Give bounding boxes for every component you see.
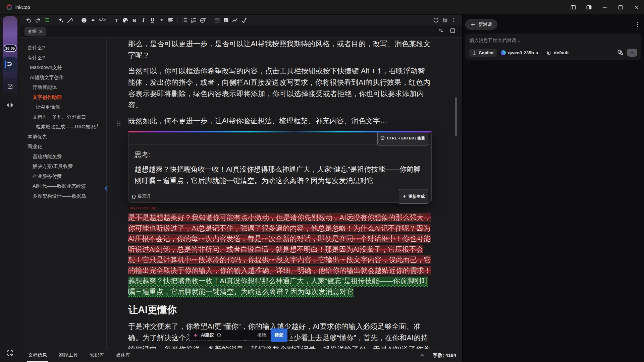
bullet-list-icon <box>182 17 188 23</box>
thinking-text: 越想越爽？快把嘴角收一收！AI真没你想得那么神通广大，人家“健忘”是祖传技能——… <box>135 164 425 186</box>
align-left-icon <box>168 17 174 23</box>
nav-item[interactable]: 本地优先 <box>20 132 106 142</box>
nav-item-active[interactable]: 文字创作助理 <box>20 93 106 103</box>
accept-shortcut-label: CTRL + ENTER | 接受 <box>387 132 425 144</box>
insert-chart-button[interactable] <box>230 16 239 24</box>
nav-item[interactable]: 文档库、多开、分割窗口 <box>20 112 106 122</box>
send-collapse-button[interactable] <box>627 49 637 57</box>
nav-item[interactable]: 是什么? <box>20 43 106 53</box>
bullet-list-button[interactable] <box>180 16 189 24</box>
block-drag-handle[interactable] <box>117 121 118 122</box>
status-tab-doc-info[interactable]: 文档信息 <box>27 349 48 362</box>
blockquote-button[interactable]: “ <box>89 16 98 24</box>
ai-sparkles-button[interactable] <box>56 16 65 24</box>
kebab-menu-icon <box>637 22 638 23</box>
paragraph: 那么，是否可以更进一步，是否可以让AI帮我按照我期待的风格，或者目的，改写、润色… <box>128 38 432 61</box>
close-button[interactable] <box>628 0 644 14</box>
insert-table-button[interactable] <box>212 16 221 24</box>
regenerate-label: 重新生成 <box>409 191 425 202</box>
nav-item[interactable]: AI辅助文字创作 <box>20 73 106 83</box>
new-chat-button[interactable]: 新对话 <box>465 19 497 30</box>
web-search-button[interactable] <box>617 49 623 57</box>
nav-item[interactable]: 解决方案/工具收费 <box>20 162 106 172</box>
bold-button[interactable]: B <box>130 16 139 24</box>
nav-item[interactable]: 基础功能免费 <box>20 152 106 162</box>
underline-style-dropdown[interactable] <box>157 16 166 24</box>
maximize-button[interactable] <box>612 0 628 14</box>
clock-widget: 16:05 <box>4 45 16 52</box>
nav-item[interactable]: 商业化 <box>20 142 106 152</box>
tab-label: 介绍 <box>28 28 37 35</box>
regenerate-button[interactable]: 重新生成 <box>399 189 428 204</box>
magic-wand-button[interactable] <box>65 16 74 24</box>
nav-item[interactable]: 多库架构设计——数据岛 <box>20 191 106 201</box>
status-tab-translate[interactable]: 翻译工具 <box>58 349 79 362</box>
editor-pane[interactable]: 那么，是否可以更进一步，是否可以让AI帮我按照我期待的风格，或者目的，改写、润色… <box>107 38 462 349</box>
document-tab[interactable]: 介绍 <box>24 27 46 36</box>
toggle-right-panel-button[interactable] <box>581 0 597 14</box>
model-selector[interactable]: qwen3-235b-a... <box>500 49 543 57</box>
nav-item[interactable]: 有什么? <box>20 53 106 63</box>
insert-image-button[interactable] <box>221 16 230 24</box>
nav-item[interactable]: 浮动智能体 <box>20 82 106 93</box>
preset-selector[interactable]: default <box>546 49 569 57</box>
ordered-list-button[interactable] <box>189 16 198 24</box>
reject-button[interactable]: 拒绝 <box>257 329 266 341</box>
maximize-icon <box>618 4 624 10</box>
underline-button[interactable]: U <box>148 16 157 24</box>
rail-item-screen-capture[interactable] <box>0 349 20 357</box>
nav-item[interactable]: AI时代——数据业态经济 <box>20 181 106 191</box>
ai-diff-paragraph[interactable]: 是不是越想越美好？我知道你可能有点小激动，但是请你先别激动，AI远没有你想象的那… <box>128 212 432 297</box>
status-tab-media[interactable]: 媒体库 <box>115 349 131 362</box>
sort-arrows-icon <box>438 28 444 34</box>
panel-gradient-border <box>128 131 432 132</box>
prompt-word-button[interactable]: { } 提示词 <box>132 191 150 202</box>
sync-button[interactable] <box>431 16 440 24</box>
panel-right-icon <box>586 4 592 10</box>
nav-item[interactable]: 让AI更懂你 <box>20 102 106 112</box>
redo-button[interactable] <box>33 16 42 24</box>
rail-item-audio[interactable] <box>0 101 20 109</box>
assistant-chip[interactable]: Copilot <box>469 49 497 57</box>
rail-item-library[interactable] <box>0 83 20 90</box>
code-icon: </> <box>99 18 106 22</box>
chat-input-placeholder[interactable]: 输入消息开始文档对话... <box>469 38 637 44</box>
paragraph: 当然可以，你可以框选你希望改写的内容，点击工具栏按钮或按下快捷键 Alt + 1… <box>128 65 432 111</box>
emoji-button[interactable] <box>79 16 89 24</box>
toggle-left-panel-button[interactable] <box>565 0 581 14</box>
outline-list-button[interactable] <box>42 16 51 24</box>
text-color-button[interactable] <box>121 16 130 24</box>
rail-item-writer-active[interactable] <box>3 57 17 72</box>
undo-button[interactable] <box>24 16 33 24</box>
save-button[interactable] <box>440 16 449 24</box>
quote-icon: “ <box>92 20 95 23</box>
align-button[interactable] <box>166 16 175 24</box>
draw-button[interactable] <box>239 16 249 24</box>
split-view-button[interactable] <box>450 28 455 35</box>
text-style-button[interactable]: T <box>112 16 121 24</box>
chat-menu-button[interactable] <box>636 21 639 28</box>
editor-scrollbar[interactable] <box>455 97 457 136</box>
status-tab-knowledge[interactable]: 知识库 <box>89 349 105 362</box>
nav-item[interactable]: 企业服务付费 <box>20 172 106 182</box>
italic-button[interactable]: I <box>139 16 148 24</box>
chat-input-actions <box>617 49 637 57</box>
tab-close-icon[interactable] <box>39 30 43 33</box>
app-logo-icon <box>6 4 12 10</box>
nav-item[interactable]: 检索增强生成——RAG知识库 <box>20 122 106 132</box>
accept-button[interactable]: 接受 <box>271 328 287 342</box>
sparkle-icon <box>402 194 407 198</box>
sidebar-collapse-handle[interactable] <box>103 185 109 193</box>
task-list-button[interactable] <box>198 16 207 24</box>
more-options-button[interactable] <box>449 16 458 24</box>
minimize-button[interactable] <box>597 0 612 14</box>
toolbar-separator <box>77 17 77 23</box>
sort-order-button[interactable] <box>438 28 444 35</box>
chat-input-card[interactable]: 输入消息开始文档对话... Copilot qwen3-235b-a... de… <box>465 34 641 60</box>
code-block-button[interactable]: </> <box>98 16 107 24</box>
app-title: inkCop <box>15 5 30 10</box>
nav-item[interactable]: Markdown支持 <box>20 63 106 73</box>
accept-shortcut-button[interactable]: CTRL + ENTER | 接受 <box>377 131 428 145</box>
expand-panel-button[interactable] <box>420 353 425 359</box>
info-icon[interactable] <box>217 333 221 338</box>
